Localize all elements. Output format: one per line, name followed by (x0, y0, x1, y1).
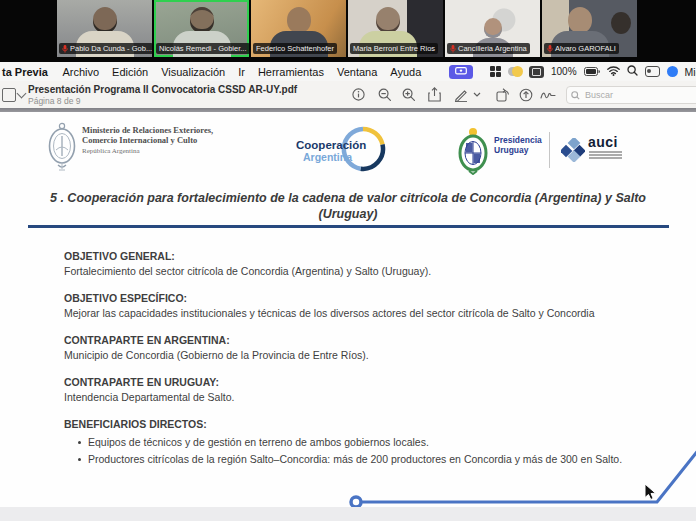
menu-status-area: 100% Mié 2 (490, 62, 696, 81)
highlight-icon[interactable] (518, 87, 534, 102)
spotlight-search-icon[interactable] (627, 65, 638, 78)
slide-decorative-line (340, 442, 696, 511)
participant-name-tag: Maria Berroni Entre Rios (350, 43, 438, 54)
menu-clock[interactable]: Mié 2 (685, 66, 696, 78)
participant-name-tag: Federico Schattenhofer (253, 43, 337, 54)
ministry-line3: República Argentina (82, 147, 213, 155)
participant-tile[interactable]: Alvaro GAROFALI (542, 0, 637, 57)
title-underline-rule (28, 225, 669, 228)
document-title: Presentación Programa II Convocatoria CS… (28, 84, 297, 95)
search-field-container (566, 86, 696, 104)
argentina-word: Argentina (303, 151, 352, 163)
markup-pencil-icon[interactable] (453, 87, 469, 102)
presidencia-line2: Uruguay (494, 146, 542, 156)
participant-silhouette (568, 7, 592, 33)
section-contraparte-uruguay: CONTRAPARTE EN URUGUAY: Intendencia Depa… (64, 375, 660, 405)
chevron-down-icon[interactable] (17, 89, 27, 99)
participant-silhouette (93, 7, 117, 33)
participant-name: Nicolás Remedi - Gobier... (159, 44, 247, 53)
auci-wordmark: auci (588, 134, 618, 150)
preview-toolbar: Presentación Programa II Convocatoria CS… (0, 81, 696, 108)
slide-title-line2: (Uruguay) (28, 206, 668, 222)
slide-title: 5 . Cooperación para fortalecimiento de … (28, 190, 668, 222)
participant-silhouette (376, 7, 400, 33)
signature-icon[interactable] (540, 87, 556, 102)
battery-icon (584, 66, 600, 78)
muted-mic-icon (547, 45, 553, 53)
participant-tile[interactable]: Federico Schattenhofer (251, 0, 346, 57)
participant-name: Pablo Da Cunda - Gob... (70, 44, 152, 53)
menu-ventana[interactable]: Ventana (330, 66, 383, 78)
participant-name: Maria Berroni Entre Rios (353, 44, 435, 53)
menu-ir[interactable]: Ir (232, 66, 252, 78)
page-indicator: Página 8 de 9 (28, 96, 297, 106)
argentina-coat-of-arms-logo (46, 120, 78, 180)
participant-tile[interactable]: Pablo Da Cunda - Gob... (57, 0, 152, 57)
section-contraparte-argentina: CONTRAPARTE EN ARGENTINA: Municipio de C… (64, 333, 660, 363)
ministry-logo-text: Ministerio de Relaciones Exteriores, Com… (82, 126, 213, 155)
auci-pinwheel-icon (561, 138, 585, 166)
pdf-page: Ministerio de Relaciones Exteriores, Com… (0, 112, 696, 507)
section-heading: BENEFICIARIOS DIRECTOS: (64, 417, 660, 432)
participant-silhouette (611, 12, 631, 34)
participant-tile-active-speaker[interactable]: Nicolás Remedi - Gobier... (154, 0, 249, 57)
participant-silhouette (287, 7, 311, 33)
search-icon (571, 86, 580, 104)
section-body: Fortalecimiento del sector citrícola de … (64, 264, 660, 279)
preview-background-strip (0, 507, 696, 521)
participant-name-tag: Pablo Da Cunda - Gob... (59, 43, 152, 54)
battery-percent: 100% (551, 66, 577, 77)
share-icon[interactable] (426, 87, 442, 102)
participant-name-tag: Nicolás Remedi - Gobier... (156, 43, 249, 54)
cooperacion-argentina-logo: Cooperación Argentina (296, 130, 388, 176)
toggle-icon[interactable] (508, 67, 522, 76)
document-title-block: Presentación Programa II Convocatoria CS… (28, 84, 297, 106)
menu-herramientas[interactable]: Herramientas (251, 66, 330, 78)
blue-dot-icon[interactable] (667, 66, 678, 77)
muted-mic-icon (62, 45, 68, 53)
menu-visualizacion[interactable]: Visualización (155, 66, 232, 78)
grid-icon[interactable] (490, 66, 501, 77)
menu-edicion[interactable]: Edición (106, 66, 155, 78)
section-heading: OBJETIVO GENERAL: (64, 249, 660, 264)
logo-divider (549, 132, 550, 168)
participant-name: Federico Schattenhofer (256, 44, 334, 53)
rotate-icon[interactable] (495, 87, 511, 102)
participant-name-tag: Cancilleria Argentina (447, 43, 530, 54)
keyboard-input-icon[interactable] (529, 66, 544, 78)
participant-name: Cancilleria Argentina (458, 44, 527, 53)
section-heading: CONTRAPARTE EN ARGENTINA: (64, 333, 660, 348)
video-strip: Pablo Da Cunda - Gob... Nicolás Remedi -… (0, 0, 696, 62)
bullet-dot (78, 458, 81, 461)
section-objetivo-especifico: OBJETIVO ESPECÍFICO: Mejorar las capacid… (64, 291, 660, 321)
bullet-dot (78, 441, 81, 444)
zoom-out-icon[interactable] (377, 87, 393, 102)
participant-tile[interactable]: Maria Berroni Entre Rios (348, 0, 443, 57)
menu-archivo[interactable]: Archivo (56, 66, 106, 78)
section-body: Municipio de Concordia (Gobierno de la P… (64, 348, 660, 363)
app-menu-vista-previa[interactable]: ta Previa (2, 66, 48, 78)
zoom-in-icon[interactable] (401, 87, 417, 102)
muted-mic-icon (450, 45, 456, 53)
section-body: Mejorar las capacidades institucionales … (64, 306, 660, 321)
participant-tile[interactable]: Cancilleria Argentina (445, 0, 540, 57)
sidebar-toggle-icon[interactable] (2, 88, 16, 102)
control-center-icon[interactable] (645, 66, 660, 77)
uruguay-coat-of-arms-logo (456, 125, 490, 179)
section-body: Intendencia Departamental de Salto. (64, 390, 660, 405)
participant-silhouette (484, 18, 502, 38)
menu-ayuda[interactable]: Ayuda (384, 66, 428, 78)
auci-subtext-lines (589, 151, 622, 160)
slide-title-line1: 5 . Cooperación para fortalecimiento de … (28, 190, 668, 206)
menu-bar: ta Previa Archivo Edición Visualización … (0, 62, 696, 82)
mouse-cursor-icon (644, 483, 657, 505)
screen-share-indicator-icon[interactable] (449, 65, 473, 79)
markup-chevron-down-icon[interactable] (472, 87, 482, 102)
screen: Pablo Da Cunda - Gob... Nicolás Remedi -… (0, 0, 696, 521)
participant-silhouette (190, 7, 214, 33)
participant-name-tag: Alvaro GAROFALI (544, 43, 619, 54)
search-input[interactable] (583, 89, 696, 101)
wifi-icon[interactable] (607, 66, 620, 78)
ministry-line2: Comercio Internacional y Culto (82, 136, 213, 146)
info-icon[interactable] (350, 87, 366, 102)
